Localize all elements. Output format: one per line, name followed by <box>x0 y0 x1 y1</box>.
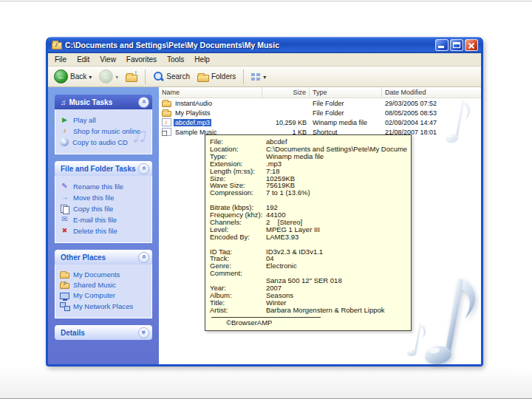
other-places-header[interactable]: Other Places <box>55 250 152 265</box>
menu-item[interactable]: Tools <box>162 54 189 65</box>
file-name: My Playlists <box>174 109 212 117</box>
folder-up-icon <box>126 75 137 82</box>
task-icon <box>60 215 69 224</box>
tooltip-separator <box>211 317 321 318</box>
minimize-button[interactable] <box>435 39 449 51</box>
music-folder-icon <box>52 42 62 50</box>
task-link[interactable]: Delete this file <box>60 226 149 235</box>
toolbar-separator <box>243 69 244 84</box>
place-link[interactable]: My Computer <box>60 291 149 299</box>
tooltip-line: Type: Winamp media file <box>210 153 407 160</box>
search-button[interactable]: Search <box>151 70 192 83</box>
slide-top-edge <box>0 1 532 1</box>
maximize-button[interactable] <box>450 39 463 51</box>
tooltip-line: Length (m:ss): 7:18 <box>210 168 407 175</box>
tooltip-line: Sanza 500 12" SER 018 <box>210 277 407 284</box>
column-header-row: Name Size Type Date Modified <box>159 87 481 98</box>
tooltip-line: Album: Seasons <box>210 292 407 299</box>
chevron-up-icon[interactable] <box>138 252 149 263</box>
task-link[interactable]: E-mail this file <box>60 215 149 224</box>
tooltip-line: Genre: Electronic <box>210 262 407 270</box>
up-button[interactable] <box>123 71 140 83</box>
file-rows: InstantAudio File Folder 29/03/2005 07:5… <box>159 98 481 137</box>
other-places-body: My Documents Shared Music My Computer <box>55 265 152 318</box>
task-link[interactable]: Copy this file <box>60 204 149 213</box>
menu-item[interactable]: File <box>50 54 72 65</box>
task-icon <box>60 204 69 213</box>
details-header[interactable]: Details <box>55 325 152 340</box>
task-icon <box>60 115 69 124</box>
task-link[interactable]: Copy to audio CD <box>60 137 149 146</box>
tooltip-line: Title: Winter <box>210 299 407 307</box>
close-button[interactable] <box>465 39 478 51</box>
tooltip-line: Frequency (khz): 44100 <box>210 211 407 219</box>
views-button[interactable] <box>249 72 268 82</box>
task-link[interactable]: Move this file <box>60 193 149 202</box>
task-icon <box>60 193 69 202</box>
task-link[interactable]: Play all <box>60 115 149 124</box>
window-title: C:\Documents and Settings\Pete\My Docume… <box>65 41 432 50</box>
views-grid-icon <box>251 72 261 81</box>
title-bar[interactable]: C:\Documents and Settings\Pete\My Docume… <box>48 37 481 53</box>
sidebar: ♫ Music Tasks ♫ Play all <box>48 87 159 364</box>
file-icon <box>162 118 171 126</box>
folders-label: Folders <box>211 72 236 81</box>
file-icon <box>162 111 171 117</box>
place-link[interactable]: My Network Places <box>60 301 149 310</box>
place-link[interactable]: My Documents <box>60 270 149 279</box>
file-info-tooltip: File: abcdef Location: C:\Documents and … <box>205 134 412 331</box>
back-button[interactable]: Back <box>52 69 94 84</box>
folders-button[interactable]: Folders <box>195 71 238 83</box>
column-header[interactable]: Name <box>159 87 262 98</box>
tooltip-line: Artist: Barbara Morgenstern & Robert Lip… <box>210 307 407 314</box>
column-header[interactable]: Size <box>262 87 310 98</box>
menu-bar: File Edit View Favorites Tools Help <box>48 53 481 66</box>
chevron-up-icon[interactable] <box>138 97 149 108</box>
forward-dropdown-icon <box>115 72 118 81</box>
task-icon <box>60 182 69 191</box>
magnifier-icon <box>153 71 164 82</box>
chevron-up-icon[interactable] <box>138 163 149 174</box>
tooltip-line <box>210 241 407 248</box>
music-tasks-header[interactable]: ♫ Music Tasks <box>55 95 152 109</box>
task-link[interactable]: Rename this file <box>60 182 149 191</box>
chevron-down-icon[interactable] <box>138 327 149 338</box>
music-note-graphic <box>417 267 494 375</box>
tooltip-line: Location: C:\Documents and Settings\Pete… <box>210 146 407 153</box>
panel-title: File and Folder Tasks <box>61 165 136 173</box>
tooltip-line: File: abcdef <box>210 138 407 146</box>
table-row[interactable]: abcdef.mp3 10,259 KB Winamp media file 0… <box>159 117 481 127</box>
menu-item[interactable]: View <box>95 54 121 65</box>
file-icon <box>162 128 171 136</box>
tooltip-line: Year: 2007 <box>210 284 407 292</box>
music-tasks-body: ♫ Play all Shop for music online <box>55 109 152 154</box>
panel-music-tasks: ♫ Music Tasks ♫ Play all <box>55 95 152 154</box>
toolbar: Back Search Folders <box>48 66 481 87</box>
menu-item[interactable]: Help <box>189 54 215 65</box>
panel-details: Details <box>55 325 152 340</box>
file-type: File Folder <box>310 100 382 107</box>
tooltip-line: Track: 04 <box>210 255 407 262</box>
back-dropdown-icon[interactable] <box>89 72 92 81</box>
menu-item[interactable]: Edit <box>72 54 95 65</box>
music-note-icon: ♫ <box>61 98 66 106</box>
place-icon <box>60 293 69 299</box>
file-tasks-header[interactable]: File and Folder Tasks <box>55 161 152 176</box>
panel-title: Other Places <box>61 253 106 262</box>
panel-title: Details <box>61 329 85 337</box>
tooltip-line: Bitrate (kbps): 192 <box>210 204 407 211</box>
back-label: Back <box>70 72 86 81</box>
table-row[interactable]: My Playlists File Folder 08/05/2005 08:5… <box>159 108 481 117</box>
column-header[interactable]: Type <box>310 87 382 98</box>
table-row[interactable]: InstantAudio File Folder 29/03/2005 07:5… <box>159 98 481 108</box>
tooltip-line: Size: 10259KB <box>210 175 407 183</box>
task-link[interactable]: Shop for music online <box>60 126 149 135</box>
task-icon <box>60 226 69 235</box>
tooltip-line: Comment: <box>210 270 407 277</box>
menu-item[interactable]: Favorites <box>121 54 162 65</box>
back-arrow-icon <box>54 69 68 83</box>
tooltip-line <box>210 197 407 204</box>
tooltip-line: Level: MPEG 1 Layer III <box>210 226 407 233</box>
place-link[interactable]: Shared Music <box>60 281 149 289</box>
forward-button[interactable] <box>97 69 120 84</box>
